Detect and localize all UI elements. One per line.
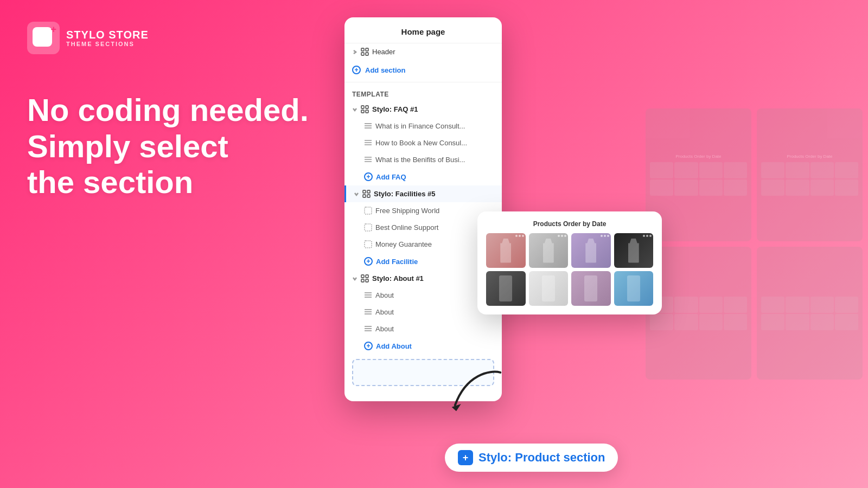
divider-1 (344, 82, 502, 82)
svg-rect-2 (361, 53, 364, 55)
product-item-4 (614, 233, 654, 268)
faded-background-grid: Products Order by Date Products Order by… (640, 103, 868, 385)
about-item-1-label: About (375, 291, 394, 299)
header-label: Header (372, 48, 395, 56)
facilities-section-header[interactable]: Stylo: Facilities #5 (344, 185, 502, 202)
svg-rect-0 (361, 48, 364, 51)
add-section-label: Add section (365, 66, 405, 74)
about-section-label: Stylo: About #1 (372, 274, 424, 282)
section-grid-icon-facilities (362, 190, 371, 198)
svg-rect-19 (363, 195, 366, 197)
product-grid (486, 233, 653, 306)
svg-rect-26 (361, 279, 364, 282)
add-faq-plus-icon: + (364, 172, 373, 181)
svg-rect-7 (366, 110, 368, 113)
template-label-row: Template (344, 85, 502, 101)
svg-rect-27 (366, 279, 368, 282)
add-facilitie-label: Add Facilitie (376, 258, 418, 266)
grid-icon (361, 48, 369, 56)
section-grid-icon-about (361, 274, 369, 282)
sidebar-panel: Home page Header + Add section Template … (344, 17, 502, 401)
lines-icon-1 (364, 122, 372, 130)
chevron-right-icon (352, 49, 358, 55)
lines-icon-3 (364, 156, 372, 164)
dashed-rect-icon-1 (364, 207, 372, 215)
facilities-item-2-label: Best Online Support (375, 223, 438, 232)
svg-rect-5 (366, 106, 368, 108)
product-item-2 (529, 233, 569, 268)
product-item-1 (486, 233, 526, 268)
add-about-row[interactable]: + Add About (344, 337, 502, 355)
product-badge[interactable]: + Stylo: Product section (445, 444, 618, 472)
chevron-down-icon-facilities (354, 191, 359, 197)
lines-icon-about-2 (364, 308, 372, 316)
faq-item-2[interactable]: How to Book a New Consul... (344, 134, 502, 151)
section-grid-icon-faq (361, 105, 369, 113)
logo-icon (27, 22, 60, 54)
logo-text: STYLO STORE THEME SECTIONS (66, 29, 149, 47)
add-faq-row[interactable]: + Add FAQ (344, 168, 502, 185)
faq-section-header[interactable]: Stylo: FAQ #1 (344, 101, 502, 118)
facilities-section-label: Stylo: Facilities #5 (374, 190, 435, 198)
svg-rect-24 (361, 275, 364, 278)
faded-card-2: Products Order by Date (757, 108, 863, 241)
brand-tagline: THEME SECTIONS (66, 41, 149, 47)
panel-title: Home page (344, 17, 502, 43)
product-item-3 (571, 233, 611, 268)
logo: STYLO STORE THEME SECTIONS (27, 22, 149, 54)
svg-rect-25 (366, 275, 368, 278)
product-popup: Products Order by Date (477, 211, 662, 314)
faq-item-2-label: How to Book a New Consul... (375, 139, 467, 147)
svg-rect-4 (361, 106, 364, 108)
about-item-3[interactable]: About (344, 320, 502, 337)
about-item-2-label: About (375, 308, 394, 316)
chevron-down-icon-about (352, 276, 358, 281)
facilities-item-3-label: Money Guarantee (375, 240, 432, 248)
faq-item-3-label: What is the Benifits of Busi... (375, 156, 465, 164)
dashed-rect-icon-2 (364, 223, 372, 232)
svg-rect-23 (365, 241, 372, 248)
lines-icon-about-1 (364, 291, 372, 299)
faded-card-4 (757, 247, 863, 380)
dashed-rect-icon-3 (364, 240, 372, 248)
product-item-7 (571, 271, 611, 306)
svg-rect-18 (367, 190, 370, 193)
about-item-3-label: About (375, 325, 394, 333)
badge-label: Stylo: Product section (478, 451, 605, 465)
facilities-item-1-label: Free Shipping World (375, 207, 439, 215)
svg-rect-6 (361, 110, 364, 113)
svg-rect-17 (363, 190, 366, 193)
add-about-label: Add About (376, 342, 412, 350)
svg-rect-21 (365, 207, 372, 214)
headline-text: No coding needed. Simply select the sect… (27, 92, 309, 201)
template-label: Template (352, 91, 389, 98)
header-row[interactable]: Header (344, 43, 502, 60)
lines-icon-2 (364, 139, 372, 147)
lines-icon-about-3 (364, 325, 372, 333)
brand-name: STYLO STORE (66, 29, 149, 41)
product-item-8 (614, 271, 654, 306)
faq-item-1-label: What is in Finance Consult... (375, 122, 465, 130)
svg-rect-1 (366, 48, 368, 51)
add-facilitie-plus-icon: + (364, 257, 373, 266)
add-section-plus-icon: + (352, 66, 361, 74)
svg-rect-3 (366, 53, 368, 55)
faq-item-1[interactable]: What is in Finance Consult... (344, 118, 502, 134)
product-item-5 (486, 271, 526, 306)
add-section-row[interactable]: + Add section (344, 60, 502, 80)
headline: No coding needed. Simply select the sect… (27, 92, 309, 201)
svg-rect-22 (365, 224, 372, 231)
add-about-plus-icon: + (364, 342, 373, 350)
faq-section-label: Stylo: FAQ #1 (372, 105, 418, 113)
product-item-6 (529, 271, 569, 306)
badge-plus-icon: + (458, 450, 473, 465)
svg-rect-20 (367, 195, 370, 197)
faq-item-3[interactable]: What is the Benifits of Busi... (344, 151, 502, 168)
product-popup-title: Products Order by Date (486, 220, 653, 228)
chevron-down-icon-faq (352, 107, 358, 112)
add-faq-label: Add FAQ (376, 173, 406, 181)
